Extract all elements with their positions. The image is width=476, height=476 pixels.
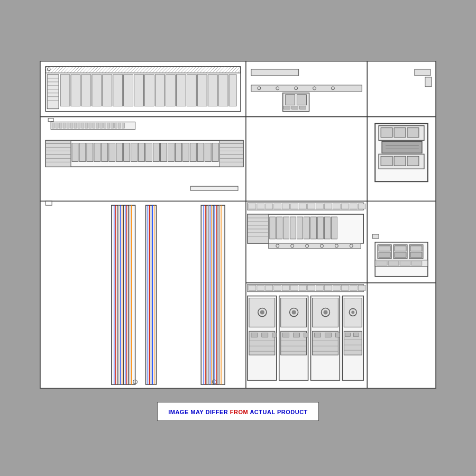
svg-rect-31 [197,74,207,106]
svg-rect-227 [325,333,331,337]
svg-rect-148 [274,204,281,209]
svg-rect-187 [266,285,273,290]
svg-rect-145 [249,204,256,209]
svg-rect-250 [394,127,406,137]
svg-rect-19 [71,74,80,106]
svg-rect-204 [251,333,258,337]
svg-rect-42 [74,123,77,128]
svg-rect-143 [300,106,306,109]
svg-rect-269 [410,252,422,257]
svg-rect-53 [115,123,117,128]
svg-rect-30 [187,74,196,106]
svg-rect-70 [116,143,123,161]
svg-rect-78 [175,143,181,161]
svg-rect-252 [382,141,422,153]
svg-rect-217 [304,333,308,337]
svg-rect-154 [324,204,332,209]
svg-rect-77 [168,143,174,161]
svg-rect-155 [333,204,340,209]
svg-rect-131 [251,69,299,75]
svg-point-203 [260,310,264,314]
svg-rect-228 [335,333,340,337]
svg-rect-71 [124,143,130,161]
svg-rect-83 [212,143,218,161]
svg-rect-41 [70,123,73,128]
svg-rect-189 [282,285,290,290]
svg-rect-39 [63,123,66,128]
disclaimer-text: IMAGE MAY DIFFER FROM ACTUAL PRODUCT [168,409,308,415]
svg-rect-67 [94,143,100,161]
svg-rect-55 [122,123,125,128]
svg-rect-37 [56,123,58,128]
svg-rect-157 [350,204,357,209]
svg-rect-80 [190,143,196,161]
svg-rect-205 [262,333,268,337]
svg-rect-82 [205,143,211,161]
svg-rect-139 [286,94,295,105]
svg-rect-75 [153,143,160,161]
svg-rect-32 [208,74,217,106]
svg-rect-23 [113,74,123,106]
svg-rect-268 [410,245,422,251]
svg-rect-173 [311,217,317,239]
svg-rect-251 [407,127,419,137]
svg-rect-72 [131,143,138,161]
svg-rect-174 [318,217,324,239]
svg-rect-246 [425,77,432,86]
svg-rect-195 [333,285,340,290]
svg-rect-27 [155,74,165,106]
svg-rect-168 [277,217,282,239]
svg-rect-194 [324,285,332,290]
svg-rect-91 [190,186,238,190]
svg-rect-206 [272,333,277,337]
disclaimer-text-part2: ACTUAL PRODUCT [248,409,308,415]
svg-rect-28 [166,74,175,106]
svg-rect-64 [72,143,78,161]
diagram-wrapper [40,61,436,389]
svg-rect-274 [411,261,422,265]
svg-rect-176 [331,217,337,239]
svg-rect-188 [274,285,281,290]
svg-rect-158 [358,204,365,209]
svg-rect-171 [297,217,303,239]
svg-rect-192 [308,285,315,290]
svg-rect-84 [219,140,243,167]
svg-rect-51 [107,123,110,128]
svg-rect-74 [146,143,152,161]
svg-rect-26 [145,74,154,106]
svg-rect-33 [218,74,228,106]
svg-rect-68 [102,143,108,161]
svg-rect-142 [292,106,298,109]
svg-rect-52 [111,123,114,128]
svg-rect-38 [59,123,62,128]
svg-rect-45 [85,123,88,128]
svg-point-225 [323,310,327,314]
svg-rect-40 [67,123,69,128]
svg-rect-215 [283,333,289,337]
svg-rect-196 [341,285,349,290]
svg-rect-79 [182,143,189,161]
svg-rect-29 [176,74,186,106]
svg-rect-263 [379,252,390,257]
svg-rect-152 [308,204,315,209]
disclaimer-text-highlight: FROM [230,409,248,415]
svg-rect-149 [282,204,290,209]
disclaimer-text-part1: IMAGE MAY DIFFER [168,409,230,415]
svg-rect-191 [299,285,307,290]
svg-rect-266 [395,252,406,257]
svg-rect-170 [290,217,296,239]
svg-rect-271 [377,261,387,265]
svg-rect-172 [304,217,310,239]
svg-rect-259 [372,234,379,238]
svg-rect-57 [45,140,71,167]
svg-rect-153 [316,204,324,209]
svg-rect-132 [251,85,362,91]
svg-rect-265 [395,245,406,251]
svg-rect-258 [407,156,419,166]
svg-rect-177 [269,243,361,248]
svg-rect-25 [134,74,144,106]
svg-rect-150 [291,204,298,209]
svg-rect-43 [78,123,80,128]
svg-rect-18 [60,74,70,106]
svg-rect-175 [324,217,330,239]
